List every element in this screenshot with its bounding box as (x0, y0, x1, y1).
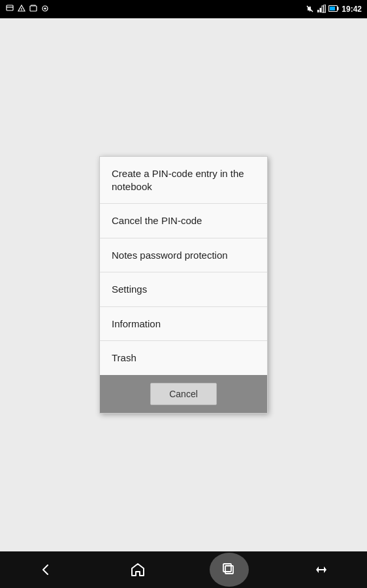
svg-rect-10 (320, 8, 322, 12)
recent-apps-icon (222, 563, 236, 577)
svg-rect-9 (317, 10, 319, 12)
notification-icon-3 (29, 4, 38, 14)
svg-rect-0 (7, 5, 13, 10)
back-button[interactable] (26, 551, 65, 588)
svg-point-4 (21, 10, 22, 10)
menu-item-information[interactable]: Information (100, 307, 267, 342)
menu-item-trash[interactable]: Trash (100, 341, 267, 375)
menu-item-settings-label: Settings (112, 283, 147, 296)
recent-apps-container (210, 553, 249, 587)
menu-item-settings[interactable]: Settings (100, 272, 267, 307)
mute-icon (306, 5, 314, 14)
time-display: 19:42 (342, 5, 362, 14)
svg-rect-14 (338, 7, 339, 10)
main-content: Create a PIN-code entry in the notebook … (0, 18, 367, 551)
signal-icon (317, 5, 326, 14)
cancel-button[interactable]: Cancel (150, 383, 217, 405)
svg-rect-8 (308, 7, 310, 10)
home-icon (130, 562, 146, 578)
context-menu-dialog: Create a PIN-code entry in the notebook … (99, 156, 268, 414)
svg-rect-12 (324, 5, 326, 12)
nav-bar (0, 551, 367, 588)
menu-item-notes-password-label: Notes password protection (112, 249, 228, 262)
recent-apps-button[interactable] (210, 551, 249, 588)
menu-item-cancel-pin[interactable]: Cancel the PIN-code (100, 204, 267, 238)
status-bar-right-icons: 19:42 (306, 5, 362, 14)
menu-button[interactable] (302, 551, 341, 588)
notification-icon-1 (5, 4, 14, 14)
svg-rect-11 (322, 6, 324, 12)
menu-item-trash-label: Trash (112, 351, 136, 365)
notification-icon-2 (17, 4, 26, 14)
svg-rect-17 (223, 564, 231, 572)
menu-icon (313, 562, 329, 578)
menu-item-information-label: Information (112, 318, 161, 331)
menu-item-create-pin-label: Create a PIN-code entry in the notebook (112, 167, 255, 193)
svg-rect-5 (30, 6, 37, 11)
menu-item-cancel-pin-label: Cancel the PIN-code (112, 214, 202, 227)
battery-icon (328, 5, 339, 14)
status-bar: 19:42 (0, 0, 367, 18)
dialog-footer: Cancel (100, 375, 267, 413)
menu-item-create-pin[interactable]: Create a PIN-code entry in the notebook (100, 157, 267, 204)
back-icon (38, 562, 54, 578)
svg-rect-16 (225, 566, 233, 574)
menu-item-notes-password[interactable]: Notes password protection (100, 238, 267, 273)
notification-icon-4 (40, 4, 50, 14)
dialog-item-list: Create a PIN-code entry in the notebook … (100, 157, 267, 375)
svg-rect-15 (330, 7, 335, 10)
home-button[interactable] (118, 551, 157, 588)
status-bar-left-icons (5, 4, 50, 14)
